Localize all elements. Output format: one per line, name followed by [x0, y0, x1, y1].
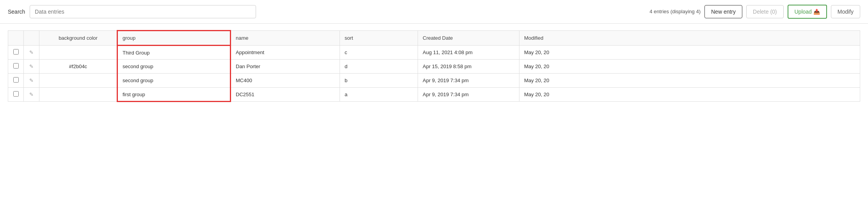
- row-bg-color: [39, 46, 117, 60]
- row-name: MC400: [231, 74, 340, 88]
- row-modified: May 20, 20: [519, 74, 860, 88]
- row-edit-cell: ✎: [24, 74, 39, 88]
- toolbar: Search 4 entries (displaying 4) New entr…: [0, 0, 868, 24]
- row-group: Third Group: [117, 46, 231, 60]
- table-body: ✎ Third Group Appointment c Aug 11, 2021…: [8, 46, 860, 102]
- edit-icon[interactable]: ✎: [29, 92, 34, 97]
- upload-label: Upload: [795, 9, 812, 15]
- search-input[interactable]: [30, 5, 256, 18]
- row-created-date: Aug 11, 2021 4:08 pm: [418, 46, 519, 60]
- row-group: second group: [117, 74, 231, 88]
- row-sort: d: [340, 60, 418, 74]
- row-edit-cell: ✎: [24, 46, 39, 60]
- upload-icon: 📤: [813, 9, 820, 15]
- header-checkbox: [8, 31, 24, 46]
- row-checkbox[interactable]: [13, 63, 19, 69]
- table-row: ✎ Third Group Appointment c Aug 11, 2021…: [8, 46, 860, 60]
- header-edit: [24, 31, 39, 46]
- row-modified: May 20, 20: [519, 88, 860, 102]
- row-bg-color: [39, 74, 117, 88]
- row-checkbox-cell: [8, 60, 24, 74]
- table-header-row: background color group name sort Created…: [8, 31, 860, 46]
- edit-icon[interactable]: ✎: [29, 63, 34, 69]
- row-sort: a: [340, 88, 418, 102]
- new-entry-button[interactable]: New entry: [704, 5, 742, 18]
- entries-count: 4 entries (displaying 4): [649, 9, 701, 15]
- row-bg-color: [39, 88, 117, 102]
- table-container: background color group name sort Created…: [0, 24, 868, 108]
- row-sort: b: [340, 74, 418, 88]
- header-modified: Modified: [519, 31, 860, 46]
- row-group: first group: [117, 88, 231, 102]
- row-sort: c: [340, 46, 418, 60]
- table-row: ✎ second group MC400 b Apr 9, 2019 7:34 …: [8, 74, 860, 88]
- row-checkbox-cell: [8, 74, 24, 88]
- header-bg-color: background color: [39, 31, 117, 46]
- row-checkbox[interactable]: [13, 91, 19, 97]
- row-checkbox[interactable]: [13, 49, 19, 55]
- row-name: Dan Porter: [231, 60, 340, 74]
- data-table: background color group name sort Created…: [8, 30, 860, 102]
- upload-button[interactable]: Upload 📤: [788, 5, 827, 19]
- edit-icon[interactable]: ✎: [29, 49, 34, 55]
- toolbar-right: 4 entries (displaying 4) New entry Delet…: [649, 5, 860, 19]
- row-edit-cell: ✎: [24, 88, 39, 102]
- row-name: Appointment: [231, 46, 340, 60]
- search-label: Search: [8, 9, 25, 15]
- row-created-date: Apr 9, 2019 7:34 pm: [418, 88, 519, 102]
- row-checkbox-cell: [8, 46, 24, 60]
- header-group: group: [117, 31, 231, 46]
- edit-icon[interactable]: ✎: [29, 78, 34, 83]
- modify-button[interactable]: Modify: [831, 5, 860, 18]
- header-created-date: Created Date: [418, 31, 519, 46]
- delete-button: Delete (0): [746, 5, 783, 18]
- row-modified: May 20, 20: [519, 46, 860, 60]
- row-edit-cell: ✎: [24, 60, 39, 74]
- row-name: DC2551: [231, 88, 340, 102]
- row-group: second group: [117, 60, 231, 74]
- table-row: ✎ first group DC2551 a Apr 9, 2019 7:34 …: [8, 88, 860, 102]
- header-name: name: [231, 31, 340, 46]
- row-checkbox-cell: [8, 88, 24, 102]
- row-bg-color: #f2b04c: [39, 60, 117, 74]
- header-sort: sort: [340, 31, 418, 46]
- row-created-date: Apr 15, 2019 8:58 pm: [418, 60, 519, 74]
- row-checkbox[interactable]: [13, 77, 19, 83]
- row-modified: May 20, 20: [519, 60, 860, 74]
- table-row: ✎ #f2b04c second group Dan Porter d Apr …: [8, 60, 860, 74]
- row-created-date: Apr 9, 2019 7:34 pm: [418, 74, 519, 88]
